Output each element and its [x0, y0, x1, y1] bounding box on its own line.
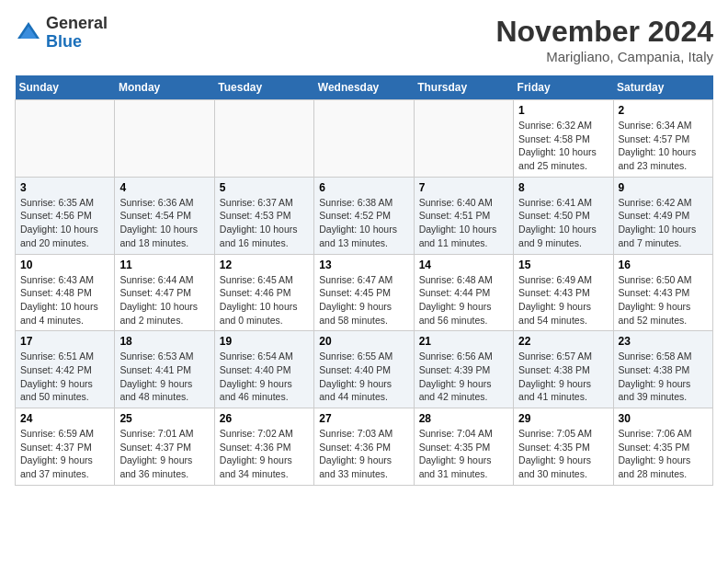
day-number: 29 [518, 412, 608, 425]
calendar-week-row: 24Sunrise: 6:59 AM Sunset: 4:37 PM Dayli… [16, 408, 713, 486]
weekday-header-row: SundayMondayTuesdayWednesdayThursdayFrid… [16, 75, 713, 100]
day-number: 25 [119, 412, 209, 425]
day-number: 7 [419, 181, 508, 194]
calendar-week-row: 10Sunrise: 6:43 AM Sunset: 4:48 PM Dayli… [16, 254, 713, 331]
day-info: Sunrise: 7:06 AM Sunset: 4:35 PM Dayligh… [619, 427, 708, 481]
day-number: 12 [220, 259, 309, 271]
day-number: 22 [518, 335, 608, 348]
weekday-header-cell: Saturday [613, 75, 712, 100]
day-info: Sunrise: 7:01 AM Sunset: 4:37 PM Dayligh… [119, 427, 209, 481]
day-info: Sunrise: 6:48 AM Sunset: 4:44 PM Dayligh… [419, 273, 508, 327]
day-number: 14 [419, 259, 508, 271]
day-number: 26 [220, 412, 309, 425]
calendar-cell: 23Sunrise: 6:58 AM Sunset: 4:38 PM Dayli… [613, 331, 712, 408]
day-number: 1 [518, 104, 608, 117]
day-number: 4 [119, 181, 209, 194]
day-info: Sunrise: 6:44 AM Sunset: 4:47 PM Dayligh… [119, 273, 209, 327]
calendar-week-row: 1Sunrise: 6:32 AM Sunset: 4:58 PM Daylig… [16, 100, 713, 178]
day-info: Sunrise: 6:35 AM Sunset: 4:56 PM Dayligh… [20, 196, 109, 250]
weekday-header-cell: Tuesday [214, 75, 313, 100]
day-info: Sunrise: 7:03 AM Sunset: 4:36 PM Dayligh… [319, 427, 408, 481]
weekday-header-cell: Sunday [16, 75, 115, 100]
day-info: Sunrise: 6:41 AM Sunset: 4:50 PM Dayligh… [518, 196, 608, 250]
calendar-cell: 7Sunrise: 6:40 AM Sunset: 4:51 PM Daylig… [414, 177, 513, 254]
calendar-cell: 22Sunrise: 6:57 AM Sunset: 4:38 PM Dayli… [514, 331, 613, 408]
calendar-cell: 29Sunrise: 7:05 AM Sunset: 4:35 PM Dayli… [514, 408, 613, 486]
day-info: Sunrise: 7:04 AM Sunset: 4:35 PM Dayligh… [419, 427, 508, 481]
calendar-cell: 30Sunrise: 7:06 AM Sunset: 4:35 PM Dayli… [613, 408, 712, 486]
day-info: Sunrise: 7:02 AM Sunset: 4:36 PM Dayligh… [220, 427, 309, 481]
day-info: Sunrise: 6:37 AM Sunset: 4:53 PM Dayligh… [220, 196, 309, 250]
day-number: 3 [20, 181, 109, 194]
day-number: 13 [319, 259, 408, 271]
day-number: 6 [319, 181, 408, 194]
day-info: Sunrise: 6:38 AM Sunset: 4:52 PM Dayligh… [319, 196, 408, 250]
calendar-cell [214, 100, 313, 178]
day-info: Sunrise: 6:50 AM Sunset: 4:43 PM Dayligh… [619, 273, 708, 327]
day-info: Sunrise: 6:36 AM Sunset: 4:54 PM Dayligh… [119, 196, 209, 250]
calendar-cell: 16Sunrise: 6:50 AM Sunset: 4:43 PM Dayli… [613, 254, 712, 331]
day-number: 28 [419, 412, 508, 425]
calendar-week-row: 3Sunrise: 6:35 AM Sunset: 4:56 PM Daylig… [16, 177, 713, 254]
calendar-cell: 12Sunrise: 6:45 AM Sunset: 4:46 PM Dayli… [214, 254, 313, 331]
day-info: Sunrise: 6:55 AM Sunset: 4:40 PM Dayligh… [319, 350, 408, 404]
calendar-cell [314, 100, 414, 178]
calendar-cell [414, 100, 513, 178]
day-info: Sunrise: 6:56 AM Sunset: 4:39 PM Dayligh… [419, 350, 508, 404]
logo: General Blue [15, 15, 108, 52]
calendar-cell: 18Sunrise: 6:53 AM Sunset: 4:41 PM Dayli… [115, 331, 214, 408]
weekday-header-cell: Monday [115, 75, 214, 100]
day-number: 21 [419, 335, 508, 348]
calendar-cell [115, 100, 214, 178]
calendar-cell: 3Sunrise: 6:35 AM Sunset: 4:56 PM Daylig… [16, 177, 115, 254]
calendar-table: SundayMondayTuesdayWednesdayThursdayFrid… [15, 75, 713, 486]
calendar-week-row: 17Sunrise: 6:51 AM Sunset: 4:42 PM Dayli… [16, 331, 713, 408]
day-info: Sunrise: 7:05 AM Sunset: 4:35 PM Dayligh… [518, 427, 608, 481]
day-number: 20 [319, 335, 408, 348]
calendar-cell: 9Sunrise: 6:42 AM Sunset: 4:49 PM Daylig… [613, 177, 712, 254]
day-number: 5 [220, 181, 309, 194]
location: Marigliano, Campania, Italy [495, 49, 713, 64]
calendar-cell: 14Sunrise: 6:48 AM Sunset: 4:44 PM Dayli… [414, 254, 513, 331]
day-number: 18 [119, 335, 209, 348]
day-number: 19 [220, 335, 309, 348]
calendar-cell [16, 100, 115, 178]
calendar-cell: 25Sunrise: 7:01 AM Sunset: 4:37 PM Dayli… [115, 408, 214, 486]
weekday-header-cell: Friday [514, 75, 613, 100]
day-number: 9 [619, 181, 708, 194]
day-info: Sunrise: 6:57 AM Sunset: 4:38 PM Dayligh… [518, 350, 608, 404]
calendar-cell: 6Sunrise: 6:38 AM Sunset: 4:52 PM Daylig… [314, 177, 414, 254]
logo-text: General Blue [46, 15, 108, 52]
day-number: 17 [20, 335, 109, 348]
day-info: Sunrise: 6:53 AM Sunset: 4:41 PM Dayligh… [119, 350, 209, 404]
calendar-cell: 10Sunrise: 6:43 AM Sunset: 4:48 PM Dayli… [16, 254, 115, 331]
weekday-header-cell: Thursday [414, 75, 513, 100]
calendar-cell: 11Sunrise: 6:44 AM Sunset: 4:47 PM Dayli… [115, 254, 214, 331]
calendar-cell: 19Sunrise: 6:54 AM Sunset: 4:40 PM Dayli… [214, 331, 313, 408]
title-block: November 2024 Marigliano, Campania, Ital… [495, 15, 713, 64]
day-number: 11 [119, 259, 209, 271]
calendar-cell: 1Sunrise: 6:32 AM Sunset: 4:58 PM Daylig… [514, 100, 613, 178]
calendar-cell: 20Sunrise: 6:55 AM Sunset: 4:40 PM Dayli… [314, 331, 414, 408]
day-info: Sunrise: 6:49 AM Sunset: 4:43 PM Dayligh… [518, 273, 608, 327]
calendar-cell: 24Sunrise: 6:59 AM Sunset: 4:37 PM Dayli… [16, 408, 115, 486]
day-number: 27 [319, 412, 408, 425]
day-info: Sunrise: 6:43 AM Sunset: 4:48 PM Dayligh… [20, 273, 109, 327]
calendar-cell: 26Sunrise: 7:02 AM Sunset: 4:36 PM Dayli… [214, 408, 313, 486]
calendar-cell: 8Sunrise: 6:41 AM Sunset: 4:50 PM Daylig… [514, 177, 613, 254]
day-info: Sunrise: 6:59 AM Sunset: 4:37 PM Dayligh… [20, 427, 109, 481]
calendar-cell: 27Sunrise: 7:03 AM Sunset: 4:36 PM Dayli… [314, 408, 414, 486]
month-title: November 2024 [495, 15, 713, 49]
calendar-cell: 13Sunrise: 6:47 AM Sunset: 4:45 PM Dayli… [314, 254, 414, 331]
day-info: Sunrise: 6:42 AM Sunset: 4:49 PM Dayligh… [619, 196, 708, 250]
day-info: Sunrise: 6:32 AM Sunset: 4:58 PM Dayligh… [518, 119, 608, 173]
day-number: 24 [20, 412, 109, 425]
page-header: General Blue November 2024 Marigliano, C… [15, 15, 713, 64]
day-number: 2 [619, 104, 708, 117]
day-info: Sunrise: 6:47 AM Sunset: 4:45 PM Dayligh… [319, 273, 408, 327]
calendar-cell: 2Sunrise: 6:34 AM Sunset: 4:57 PM Daylig… [613, 100, 712, 178]
day-info: Sunrise: 6:54 AM Sunset: 4:40 PM Dayligh… [220, 350, 309, 404]
day-number: 30 [619, 412, 708, 425]
day-info: Sunrise: 6:34 AM Sunset: 4:57 PM Dayligh… [619, 119, 708, 173]
day-number: 8 [518, 181, 608, 194]
